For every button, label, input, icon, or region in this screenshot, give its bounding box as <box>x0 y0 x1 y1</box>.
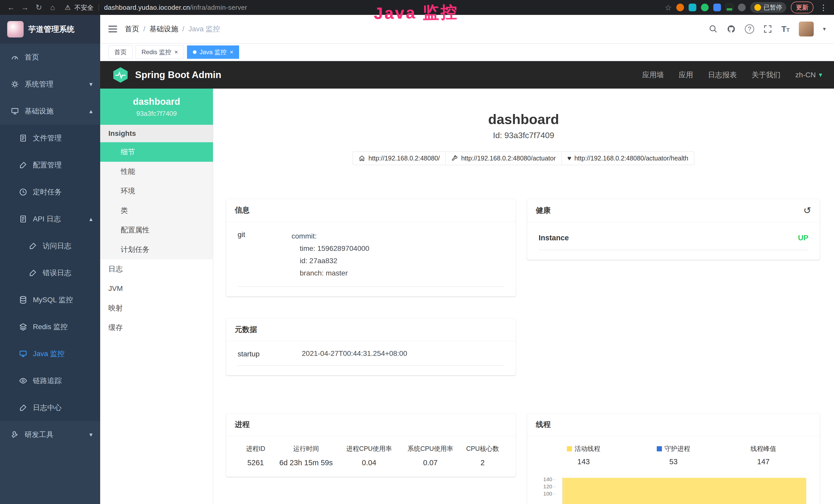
instance-title: dashboard <box>213 111 834 127</box>
col-uptime: 运行时间 <box>273 444 338 453</box>
health-card-body: Instance UP <box>527 222 820 260</box>
link-label: http://192.168.0.2:48080/actuator <box>461 155 555 162</box>
sba-item-scheduled-tasks[interactable]: 计划任务 <box>100 240 213 259</box>
sba-item-caches[interactable]: 缓存 <box>100 318 213 337</box>
sba-item-classes[interactable]: 类 <box>100 201 213 220</box>
sidebar-item-mysql-monitoring[interactable]: MySQL 监控 <box>0 286 100 313</box>
sidebar-item-label: 文件管理 <box>33 133 62 143</box>
sidebar-item-file-management[interactable]: 文件管理 <box>0 124 100 152</box>
legend-swatch-yellow <box>567 446 572 451</box>
app-logo[interactable]: 芋道管理系统 <box>0 15 100 44</box>
card-title: 信息 <box>235 205 250 215</box>
font-size-icon[interactable]: TT <box>781 24 790 34</box>
sidebar-item-link-tracing[interactable]: 链路追踪 <box>0 367 100 394</box>
breadcrumb-home[interactable]: 首页 <box>125 24 139 34</box>
nav-about[interactable]: 关于我们 <box>752 70 781 80</box>
doc-icon <box>29 242 37 250</box>
instance-header[interactable]: dashboard 93a3fc7f7409 <box>100 89 213 125</box>
github-icon[interactable] <box>727 25 736 33</box>
sba-item-mappings[interactable]: 映射 <box>100 298 213 318</box>
back-icon[interactable]: ← <box>5 0 17 15</box>
threads-chart-y-axis: 140 120 100 <box>539 476 559 504</box>
active-dot-icon <box>193 50 197 54</box>
sidebar-item-config-management[interactable]: 配置管理 <box>0 152 100 179</box>
tab-redis-monitoring[interactable]: Redis 监控 × <box>136 45 184 59</box>
live-threads-area <box>563 478 806 504</box>
sidebar-item-scheduled-tasks[interactable]: 定时任务 <box>0 179 100 205</box>
sba-item-jvm[interactable]: JVM <box>100 279 213 298</box>
sba-item-details[interactable]: 细节 <box>100 142 213 162</box>
sidebar-toggle-icon[interactable] <box>108 26 117 32</box>
fullscreen-icon[interactable] <box>763 25 772 33</box>
update-button[interactable]: 更新 <box>791 2 813 13</box>
tab-java-monitoring[interactable]: Java 监控 × <box>187 45 239 59</box>
history-icon[interactable]: ↺ <box>804 205 811 216</box>
metadata-card: 元数据 startup 2021-04-27T00:44:31.254+08:0… <box>226 318 516 375</box>
val-peak-threads: 147 <box>719 458 808 466</box>
extension-icon-1[interactable] <box>676 4 684 11</box>
sidebar-item-dev-tools[interactable]: 研发工具 ▾ <box>0 421 100 448</box>
sba-item-loggers[interactable]: 日志 <box>100 259 213 279</box>
extension-icon-5[interactable] <box>726 4 733 11</box>
nav-journal[interactable]: 日志报表 <box>708 70 737 80</box>
col-system-cpu: 系统CPU使用率 <box>400 444 461 453</box>
tag-view-bar: 首页 Redis 监控 × Java 监控 × <box>100 43 834 61</box>
monitor-icon <box>19 350 27 358</box>
extension-icon-2[interactable] <box>688 4 696 11</box>
user-menu-caret-icon[interactable]: ▾ <box>823 26 826 32</box>
sba-item-config-properties[interactable]: 配置属性 <box>100 220 213 240</box>
chevron-up-icon: ▴ <box>89 108 92 115</box>
reload-icon[interactable]: ↻ <box>33 0 45 15</box>
browser-menu-icon[interactable]: ⋮ <box>818 3 829 12</box>
health-key: Instance <box>539 234 569 242</box>
sidebar-item-error-logs[interactable]: 错误日志 <box>0 259 100 286</box>
url-host: dashboard.yudao.iocoder.cn <box>104 4 190 11</box>
sidebar-item-java-monitoring[interactable]: Java 监控 <box>0 340 100 367</box>
link-health-url[interactable]: ♥ http://192.168.0.2:48080/actuator/heal… <box>562 152 694 165</box>
extension-icon-4[interactable] <box>713 4 721 11</box>
nav-applications[interactable]: 应用 <box>679 70 693 80</box>
extension-icon-6[interactable] <box>738 4 746 11</box>
chevron-up-icon: ▴ <box>89 215 92 223</box>
sidebar-item-log-center[interactable]: 日志中心 <box>0 394 100 421</box>
tab-home[interactable]: 首页 <box>108 45 133 59</box>
sba-item-metrics[interactable]: 性能 <box>100 162 213 181</box>
extension-icon-3[interactable] <box>701 4 709 11</box>
sidebar-item-api-logs[interactable]: API 日志 ▴ <box>0 205 100 232</box>
profile-paused-badge[interactable]: 已暂停 <box>750 2 786 13</box>
sidebar-item-label: 系统管理 <box>25 79 53 89</box>
search-icon[interactable] <box>709 25 718 33</box>
nav-wallboard[interactable]: 应用墙 <box>642 70 664 80</box>
home-icon <box>358 155 365 162</box>
user-avatar[interactable] <box>799 22 814 37</box>
help-icon[interactable]: ? <box>745 24 754 33</box>
sba-item-environment[interactable]: 环境 <box>100 181 213 201</box>
col-pid: 进程ID <box>238 444 273 453</box>
health-row-instance: Instance UP <box>539 231 808 250</box>
address-bar[interactable]: ⚠ 不安全 dashboard.yudao.iocoder.cn/infra/a… <box>65 3 247 12</box>
breadcrumb-infrastructure[interactable]: 基础设施 <box>150 24 178 34</box>
sidebar-item-home[interactable]: 首页 <box>0 44 100 71</box>
threads-card-title: 线程 <box>527 413 820 436</box>
header-actions: ? TT ▾ <box>709 22 826 37</box>
locale-select[interactable]: zh-CN ▾ <box>795 71 822 79</box>
link-service-url[interactable]: http://192.168.0.2:48080/ <box>353 152 446 165</box>
sidebar-item-system-management[interactable]: 系统管理 ▾ <box>0 71 100 97</box>
close-icon[interactable]: × <box>174 48 178 56</box>
threads-card-body: 活动线程 守护进程 线程峰值 143 53 147 <box>527 436 820 504</box>
threads-chart: 140 120 100 <box>539 476 808 504</box>
sidebar-item-infrastructure[interactable]: 基础设施 ▴ <box>0 97 100 124</box>
sba-brand[interactable]: Spring Boot Admin <box>135 70 221 81</box>
info-card: 信息 git commit: time: 1596289704000 id: 2… <box>226 199 516 297</box>
sba-top-menu: 日志 JVM 映射 缓存 <box>100 259 213 337</box>
sidebar-item-redis-monitoring[interactable]: Redis 监控 <box>0 313 100 340</box>
forward-icon[interactable]: → <box>19 0 31 15</box>
sidebar-item-access-logs[interactable]: 访问日志 <box>0 232 100 259</box>
link-actuator-url[interactable]: http://192.168.0.2:48080/actuator <box>445 152 562 165</box>
browser-home-icon[interactable]: ⌂ <box>47 0 59 15</box>
close-icon[interactable]: × <box>229 48 233 56</box>
bookmark-star-icon[interactable]: ☆ <box>665 3 672 12</box>
sidebar-item-label: 访问日志 <box>43 241 71 251</box>
metadata-row-startup: startup 2021-04-27T00:44:31.254+08:00 <box>238 349 504 366</box>
sba-main: dashboard Id: 93a3fc7f7409 http://192.16… <box>213 89 834 504</box>
